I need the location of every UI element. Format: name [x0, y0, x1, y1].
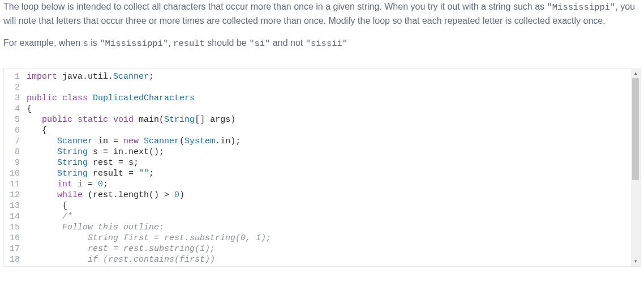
- scroll-up-arrow-icon[interactable]: ▴: [631, 69, 640, 78]
- scroll-track[interactable]: [631, 78, 640, 257]
- code-line[interactable]: while (rest.length() > 0): [27, 190, 640, 201]
- problem-paragraph-1: The loop below is intended to collect al…: [3, 0, 638, 28]
- line-number: 11: [7, 179, 20, 190]
- line-number: 14: [7, 211, 20, 222]
- code-literal: "Mississippi": [100, 39, 168, 49]
- code-line[interactable]: public static void main(String[] args): [27, 114, 640, 125]
- scroll-thumb[interactable]: [632, 78, 639, 180]
- line-number: 3: [7, 93, 20, 104]
- line-number: 9: [7, 157, 20, 168]
- code-line[interactable]: [27, 82, 640, 93]
- code-line[interactable]: String result = "";: [27, 168, 640, 179]
- scroll-down-arrow-icon[interactable]: ▾: [631, 257, 640, 266]
- problem-paragraph-2: For example, when s is "Mississippi", re…: [3, 36, 638, 50]
- line-number: 4: [7, 104, 20, 114]
- text-fragment: should be: [205, 38, 249, 48]
- line-number: 10: [7, 168, 20, 179]
- text-fragment: ,: [168, 38, 173, 48]
- line-number: 13: [7, 201, 20, 211]
- code-line[interactable]: Follow this outline:: [27, 222, 640, 233]
- code-editor[interactable]: 123456789101112131415161718 import java.…: [3, 69, 641, 267]
- code-literal: "sissii": [306, 39, 347, 49]
- line-number: 16: [7, 233, 20, 244]
- text-fragment: and not: [270, 38, 305, 48]
- editor-gutter: 123456789101112131415161718: [4, 69, 24, 266]
- code-line[interactable]: rest = rest.substring(1);: [27, 244, 640, 254]
- editor-body[interactable]: import java.util.Scanner; public class D…: [24, 69, 640, 266]
- line-number: 15: [7, 222, 20, 233]
- code-literal: "si": [249, 39, 270, 49]
- code-line[interactable]: public class DuplicatedCharacters: [27, 93, 640, 104]
- line-number: 1: [7, 71, 20, 82]
- code-line[interactable]: {: [27, 104, 640, 114]
- line-number: 18: [7, 254, 20, 265]
- text-fragment: is: [88, 38, 100, 48]
- line-number: 7: [7, 136, 20, 147]
- code-line[interactable]: {: [27, 125, 640, 136]
- code-line[interactable]: String s = in.next();: [27, 147, 640, 157]
- line-number: 5: [7, 114, 20, 125]
- code-literal: s: [83, 39, 88, 49]
- line-number: 2: [7, 82, 20, 93]
- code-line[interactable]: int i = 0;: [27, 179, 640, 190]
- code-line[interactable]: /*: [27, 211, 640, 222]
- code-literal: result: [173, 39, 205, 49]
- code-line[interactable]: {: [27, 201, 640, 211]
- problem-description: The loop below is intended to collect al…: [0, 0, 644, 69]
- line-number: 17: [7, 244, 20, 254]
- code-literal: "Mississippi": [547, 2, 616, 12]
- code-line[interactable]: if (rest.contains(first)): [27, 254, 640, 265]
- text-fragment: For example, when: [3, 38, 83, 48]
- line-number: 8: [7, 147, 20, 157]
- code-line[interactable]: import java.util.Scanner;: [27, 71, 640, 82]
- line-number: 12: [7, 190, 20, 201]
- code-line[interactable]: String rest = s;: [27, 157, 640, 168]
- vertical-scrollbar[interactable]: ▴ ▾: [631, 69, 640, 266]
- line-number: 6: [7, 125, 20, 136]
- text-fragment: The loop below is intended to collect al…: [3, 2, 547, 11]
- code-line[interactable]: Scanner in = new Scanner(System.in);: [27, 136, 640, 147]
- code-line[interactable]: String first = rest.substring(0, 1);: [27, 233, 640, 244]
